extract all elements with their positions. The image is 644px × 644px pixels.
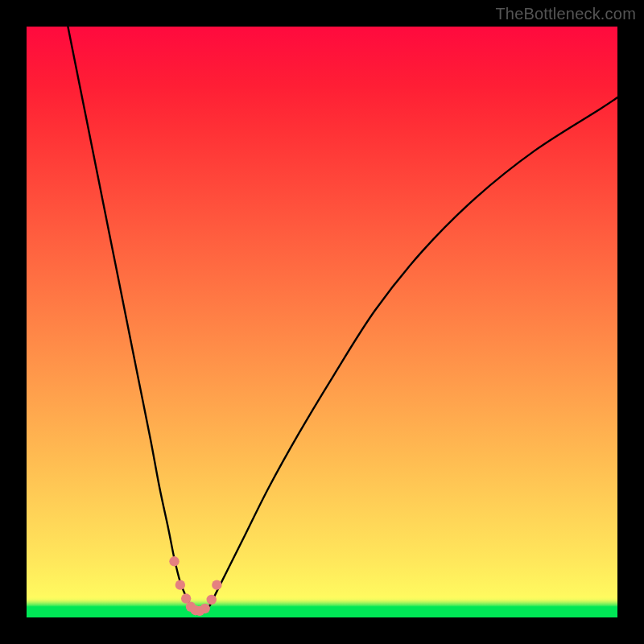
chart-container: TheBottleneck.com — [0, 0, 644, 644]
plot-area — [27, 27, 617, 617]
curve-path — [68, 27, 617, 612]
dots-group — [169, 556, 221, 616]
watermark-text: TheBottleneck.com — [495, 5, 636, 23]
data-dot — [212, 580, 221, 589]
chart-svg — [27, 27, 617, 617]
data-dot — [175, 580, 185, 589]
data-dot — [207, 595, 217, 605]
data-dot — [200, 604, 209, 613]
data-dot — [169, 556, 179, 566]
